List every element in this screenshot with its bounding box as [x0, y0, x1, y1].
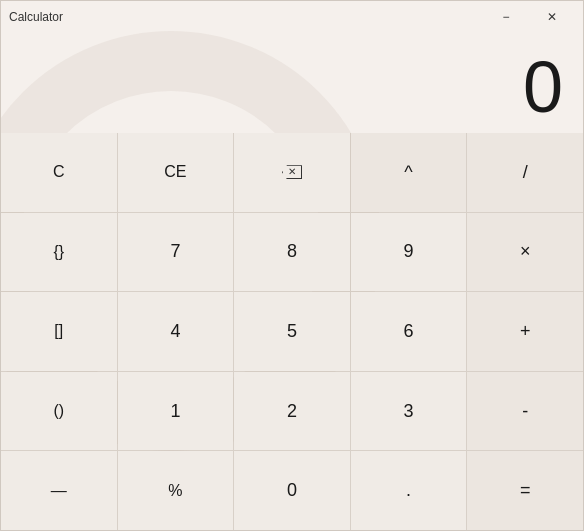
negate-button[interactable]: — [1, 451, 117, 530]
multiply-button[interactable]: × [467, 213, 583, 292]
seven-button[interactable]: 7 [118, 213, 234, 292]
minimize-button[interactable]: − [483, 1, 529, 33]
parentheses-button[interactable]: () [1, 372, 117, 451]
display-area: 0 [1, 33, 583, 133]
title-bar: Calculator − ✕ [1, 1, 583, 33]
calculator-window: Calculator − ✕ 0 CCE✕^/{}789×[]456+()123… [0, 0, 584, 531]
nine-button[interactable]: 9 [351, 213, 467, 292]
four-button[interactable]: 4 [118, 292, 234, 371]
equals-button[interactable]: = [467, 451, 583, 530]
eight-button[interactable]: 8 [234, 213, 350, 292]
clear-button[interactable]: C [1, 133, 117, 212]
zero-button[interactable]: 0 [234, 451, 350, 530]
square-brackets-button[interactable]: [] [1, 292, 117, 371]
backspace-icon: ✕ [282, 165, 302, 179]
close-button[interactable]: ✕ [529, 1, 575, 33]
window-title: Calculator [9, 10, 63, 24]
add-button[interactable]: + [467, 292, 583, 371]
title-controls: − ✕ [483, 1, 575, 33]
decimal-button[interactable]: . [351, 451, 467, 530]
power-button[interactable]: ^ [351, 133, 467, 212]
curly-braces-button[interactable]: {} [1, 213, 117, 292]
buttons-grid: CCE✕^/{}789×[]456+()123-—%0.= [1, 133, 583, 530]
six-button[interactable]: 6 [351, 292, 467, 371]
subtract-button[interactable]: - [467, 372, 583, 451]
display-value: 0 [523, 51, 563, 123]
percent-button[interactable]: % [118, 451, 234, 530]
five-button[interactable]: 5 [234, 292, 350, 371]
two-button[interactable]: 2 [234, 372, 350, 451]
divide-button[interactable]: / [467, 133, 583, 212]
one-button[interactable]: 1 [118, 372, 234, 451]
three-button[interactable]: 3 [351, 372, 467, 451]
clear-entry-button[interactable]: CE [118, 133, 234, 212]
backspace-button[interactable]: ✕ [234, 133, 350, 212]
